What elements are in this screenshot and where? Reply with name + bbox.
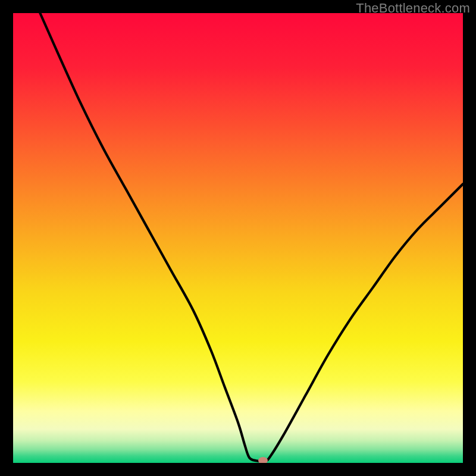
optimal-point-marker	[258, 457, 268, 463]
plot-area	[13, 13, 463, 463]
chart-frame: TheBottleneck.com	[0, 0, 476, 476]
watermark-text: TheBottleneck.com	[356, 1, 470, 16]
bottleneck-curve	[13, 13, 463, 463]
